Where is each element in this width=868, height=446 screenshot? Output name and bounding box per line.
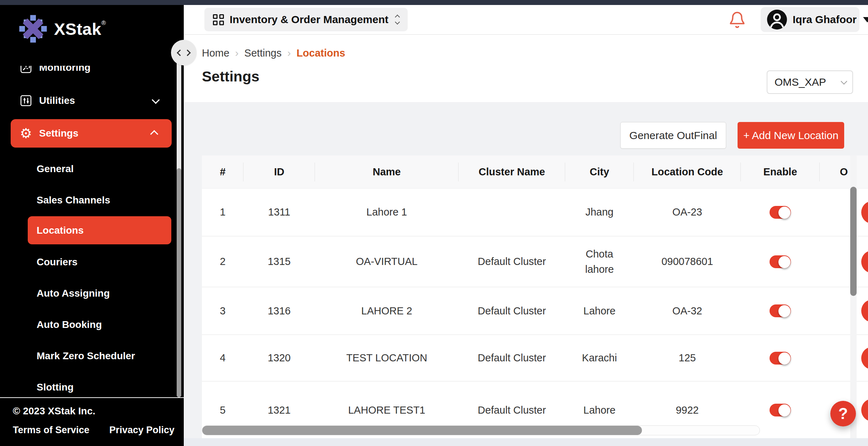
column-header-name[interactable]: Name <box>315 155 459 188</box>
column-header-num[interactable]: # <box>202 155 243 188</box>
cell-cluster: Default Cluster <box>459 335 565 381</box>
chevron-up-icon <box>150 130 159 138</box>
cell-name: LAHORE 2 <box>315 287 459 334</box>
module-selector-label: Inventory & Order Management <box>230 14 389 26</box>
cell-city: Chota lahore <box>565 237 634 287</box>
chevron-down-icon <box>152 96 160 104</box>
module-selector[interactable]: Inventory & Order Management <box>204 8 408 31</box>
sidebar-item-mark-zero-scheduler[interactable]: Mark Zero Scheduler <box>37 345 135 367</box>
cell-cluster: Default Cluster <box>459 287 565 334</box>
sidebar-item-general[interactable]: General <box>37 158 74 180</box>
cell-city: Jhang <box>565 189 634 236</box>
sidebar-item-label: Utilities <box>39 95 75 106</box>
enable-toggle[interactable] <box>770 404 791 416</box>
table-horizontal-scrollbar-thumb[interactable] <box>202 426 642 435</box>
caret-down-icon <box>863 17 868 22</box>
cell-cluster: Default Cluster <box>459 237 565 287</box>
cell-clipped <box>820 287 868 334</box>
enable-toggle[interactable] <box>770 304 791 317</box>
cell-id: 1315 <box>243 237 315 287</box>
top-window-strip <box>0 0 868 5</box>
cell-enable <box>741 287 820 334</box>
table-horizontal-scrollbar-track[interactable] <box>202 425 760 435</box>
grid-icon <box>213 14 224 25</box>
table-row: 2 1315 OA-VIRTUAL Default Cluster Chota … <box>202 237 868 287</box>
breadcrumb: Home › Settings › Locations <box>202 46 345 60</box>
column-header-id[interactable]: ID <box>243 155 315 188</box>
topbar: Inventory & Order Management Iqra Ghafoo… <box>184 5 868 35</box>
breadcrumb-home[interactable]: Home <box>202 47 229 59</box>
enable-toggle[interactable] <box>770 206 791 219</box>
logo-wordmark: XStak® <box>54 19 106 39</box>
cell-name: OA-VIRTUAL <box>315 237 459 287</box>
breadcrumb-current: Locations <box>296 47 345 59</box>
user-menu[interactable]: Iqra Ghafoor <box>761 7 859 32</box>
bottom-strip <box>184 438 868 446</box>
enable-toggle[interactable] <box>770 255 791 268</box>
cell-num: 2 <box>202 237 243 287</box>
generate-outfinal-button[interactable]: Generate OutFinal <box>620 122 726 149</box>
sidebar-item-locations[interactable]: Locations <box>28 216 171 244</box>
notification-bell-icon[interactable] <box>728 11 746 29</box>
avatar <box>767 10 787 30</box>
cell-num: 3 <box>202 287 243 334</box>
workspace-selector[interactable]: OMS_XAP <box>767 70 853 94</box>
page-title: Settings <box>202 68 259 85</box>
cell-location-code: 090078601 <box>634 237 741 287</box>
cell-num: 4 <box>202 335 243 381</box>
cell-clipped <box>820 237 868 287</box>
table-header-row: # ID Name Cluster Name City Location Cod… <box>202 155 868 189</box>
page-header-band <box>184 35 868 102</box>
cell-enable <box>741 335 820 381</box>
utilities-icon <box>20 94 32 107</box>
locations-table: # ID Name Cluster Name City Location Cod… <box>202 155 868 438</box>
sidebar-item-auto-booking[interactable]: Auto Booking <box>37 314 102 335</box>
column-header-location-code[interactable]: Location Code <box>634 155 741 188</box>
sidebar-item-couriers[interactable]: Couriers <box>37 251 77 273</box>
sidebar-item-slotting[interactable]: Slotting <box>37 377 74 398</box>
sidebar-scrollbar-thumb[interactable] <box>177 168 181 397</box>
cell-location-code: OA-32 <box>634 287 741 334</box>
sidebar-item-utilities[interactable]: Utilities <box>0 89 184 112</box>
sidebar-collapse-button[interactable] <box>171 40 197 65</box>
help-button[interactable]: ? <box>830 401 856 426</box>
logo-block: XStak® <box>0 5 184 66</box>
cell-id: 1311 <box>243 189 315 236</box>
sidebar-item-sales-channels[interactable]: Sales Channels <box>37 190 110 211</box>
privacy-policy-link[interactable]: Privacy Policy <box>109 425 175 436</box>
cell-clipped <box>820 189 868 236</box>
add-new-location-button[interactable]: + Add New Location <box>738 122 844 149</box>
enable-toggle[interactable] <box>770 352 791 365</box>
chevron-right-icon <box>184 49 191 56</box>
cell-name: Lahore 1 <box>315 189 459 236</box>
cell-city: Karachi <box>565 335 634 381</box>
table-row: 4 1320 TEST LOCATION Default Cluster Kar… <box>202 335 868 382</box>
sidebar-item-settings[interactable]: ⚙ Settings <box>11 119 172 148</box>
copyright-text: © 2023 XStak Inc. <box>13 405 95 417</box>
settings-gear-icon: ⚙ <box>20 127 32 140</box>
breadcrumb-settings[interactable]: Settings <box>244 47 282 59</box>
sidebar-footer-divider <box>0 397 184 398</box>
column-header-cluster[interactable]: Cluster Name <box>459 155 565 188</box>
workspace-selector-value: OMS_XAP <box>775 76 826 88</box>
sidebar-item-auto-assigning[interactable]: Auto Assigning <box>37 283 110 304</box>
user-name: Iqra Ghafoor <box>793 14 857 26</box>
terms-of-service-link[interactable]: Terms of Service <box>13 425 90 436</box>
table-vertical-scrollbar-thumb[interactable] <box>850 187 857 296</box>
column-header-enable[interactable]: Enable <box>741 155 820 188</box>
chevron-down-icon <box>841 78 847 84</box>
cell-location-code: OA-23 <box>634 189 741 236</box>
cell-id: 1320 <box>243 335 315 381</box>
cell-enable <box>741 189 820 236</box>
main-area: Inventory & Order Management Iqra Ghafoo… <box>184 5 868 446</box>
column-header-clipped[interactable]: O <box>820 155 868 188</box>
column-header-city[interactable]: City <box>565 155 634 188</box>
registered-mark: ® <box>101 20 106 26</box>
table-row: 1 1311 Lahore 1 Jhang OA-23 <box>202 189 868 237</box>
cell-name: TEST LOCATION <box>315 335 459 381</box>
cell-num: 1 <box>202 189 243 236</box>
sidebar: Monitoring Utilities ⚙ Settings General … <box>0 5 184 446</box>
breadcrumb-separator: › <box>235 47 239 59</box>
cell-location-code: 125 <box>634 335 741 381</box>
xstak-logo-icon <box>18 14 48 43</box>
